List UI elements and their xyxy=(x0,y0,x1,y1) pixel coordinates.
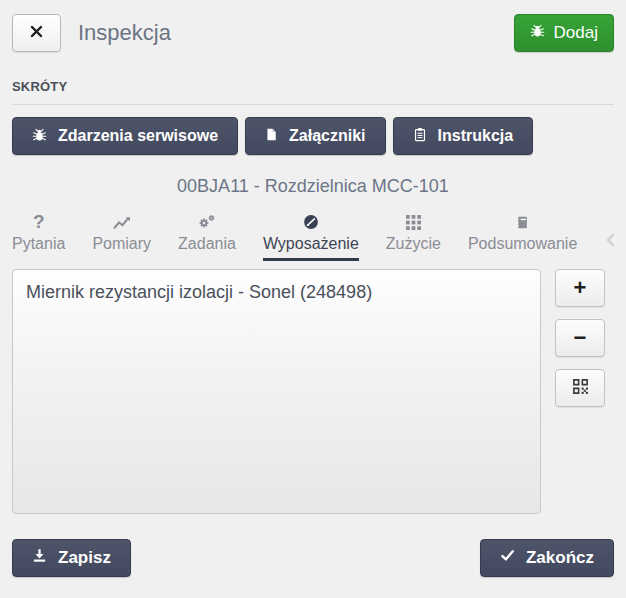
instruction-label: Instrukcja xyxy=(438,127,514,145)
line-chart-icon xyxy=(113,213,131,230)
add-item-button[interactable]: + xyxy=(555,269,605,307)
close-icon xyxy=(29,24,44,43)
tab-zuzycie[interactable]: Zużycie xyxy=(386,213,441,261)
shortcuts-section-header: SKRÓTY xyxy=(12,77,614,105)
chevron-left-icon[interactable] xyxy=(604,233,618,247)
shortcut-buttons-row: Zdarzenia serwisowe Załączniki xyxy=(12,117,614,155)
tab-bar: ? Pytania Pomiary xyxy=(12,213,614,261)
tab-label: Podsumowanie xyxy=(468,235,577,253)
download-icon xyxy=(32,548,47,568)
check-icon xyxy=(500,548,515,568)
bug-icon xyxy=(530,23,545,43)
equipment-list[interactable]: Miernik rezystancji izolacji - Sonel (24… xyxy=(12,269,541,514)
tab-label: Zadania xyxy=(178,235,236,253)
notebook-icon xyxy=(516,213,529,230)
add-button-label: Dodaj xyxy=(554,23,598,43)
minus-icon: − xyxy=(574,325,587,351)
grid-icon xyxy=(406,213,421,230)
shortcuts-label: SKRÓTY xyxy=(12,79,67,94)
finish-label: Zakończ xyxy=(526,548,594,568)
list-actions: + − xyxy=(555,269,605,514)
instruction-button[interactable]: Instrukcja xyxy=(393,117,534,155)
save-button[interactable]: Zapisz xyxy=(12,539,131,577)
close-button[interactable] xyxy=(12,14,61,52)
tab-scroll-controls xyxy=(604,233,626,261)
tab-label: Zużycie xyxy=(386,235,441,253)
gauge-icon xyxy=(303,213,319,230)
attachments-button[interactable]: Załączniki xyxy=(245,117,385,155)
page-title: Inspekcja xyxy=(78,20,171,46)
qrcode-icon xyxy=(572,375,589,401)
finish-button[interactable]: Zakończ xyxy=(480,539,614,577)
tab-label: Pytania xyxy=(12,235,65,253)
gears-icon xyxy=(198,213,216,230)
header: Inspekcja xyxy=(12,13,614,53)
add-button[interactable]: Dodaj xyxy=(514,14,614,52)
bug-icon xyxy=(32,127,47,146)
tab-wyposazenie[interactable]: Wyposażenie xyxy=(263,213,359,261)
inspection-panel: Inspekcja xyxy=(0,0,626,577)
equipment-section: Miernik rezystancji izolacji - Sonel (24… xyxy=(12,269,614,514)
tab-pytania[interactable]: ? Pytania xyxy=(12,213,65,261)
file-icon xyxy=(265,127,278,146)
attachments-label: Załączniki xyxy=(289,127,365,145)
list-item[interactable]: Miernik rezystancji izolacji - Sonel (24… xyxy=(26,279,527,306)
service-events-label: Zdarzenia serwisowe xyxy=(58,127,218,145)
scan-qr-button[interactable] xyxy=(555,369,605,407)
service-events-button[interactable]: Zdarzenia serwisowe xyxy=(12,117,238,155)
tab-zadania[interactable]: Zadania xyxy=(178,213,236,261)
footer: Zapisz Zakończ xyxy=(12,539,614,577)
tab-podsumowanie[interactable]: Podsumowanie xyxy=(468,213,577,261)
remove-item-button[interactable]: − xyxy=(555,319,605,357)
plus-icon: + xyxy=(574,275,587,301)
save-label: Zapisz xyxy=(58,548,111,568)
question-icon: ? xyxy=(33,213,45,230)
tab-label: Pomiary xyxy=(92,235,151,253)
asset-title: 00BJA11 - Rozdzielnica MCC-101 xyxy=(12,176,614,197)
tab-pomiary[interactable]: Pomiary xyxy=(92,213,151,261)
clipboard-icon xyxy=(413,127,427,146)
tab-label: Wyposażenie xyxy=(263,235,359,253)
